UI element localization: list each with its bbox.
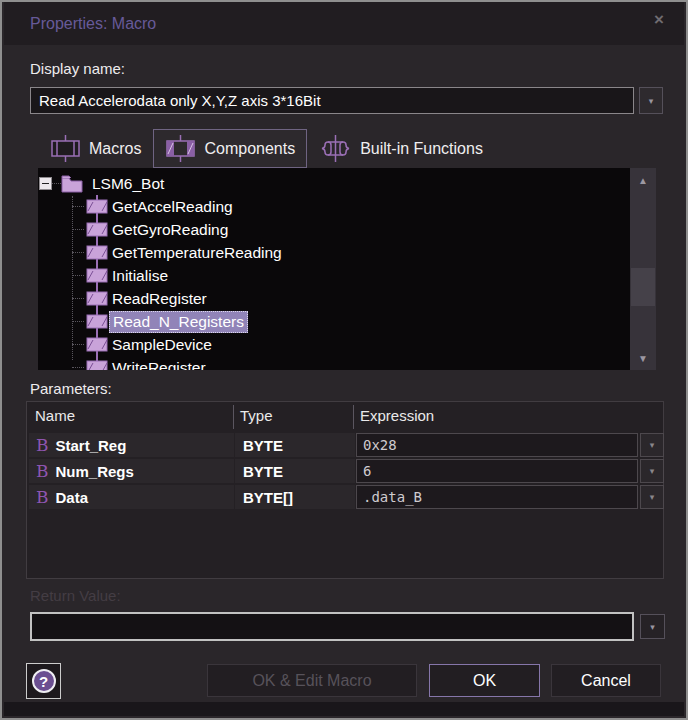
tree-guide-stub (72, 344, 84, 345)
parameter-name: Start_Reg (56, 437, 127, 454)
byte-type-icon: B (36, 463, 49, 480)
parameters-label: Parameters: (30, 380, 112, 397)
close-icon[interactable]: × (654, 10, 664, 30)
expression-dropdown-button[interactable]: ▾ (640, 433, 664, 457)
tab-built-in-functions[interactable]: Built-in Functions (307, 129, 495, 168)
component-macro-item-icon (85, 264, 109, 287)
parameter-name-cell: B Start_Reg (29, 433, 234, 457)
return-value-label: Return Value: (30, 587, 121, 604)
component-macro-item-icon (85, 241, 109, 264)
parameter-row: B Start_Reg BYTE 0x28 ▾ (29, 433, 661, 457)
tree-item-label[interactable]: ReadRegister (109, 289, 210, 309)
parameter-row: B Data BYTE[] .data_B ▾ (29, 485, 661, 509)
tree-item-label[interactable]: GetTemperatureReading (109, 243, 285, 263)
component-macro-icon (165, 135, 196, 162)
scrollbar-thumb[interactable] (631, 268, 655, 306)
parameter-row: B Num_Regs BYTE 6 ▾ (29, 459, 661, 483)
parameter-type-cell: BYTE[] (235, 485, 355, 509)
tab-label: Components (204, 140, 295, 158)
folder-icon (61, 174, 83, 193)
tree-guide-stub (72, 229, 84, 230)
tree-guide-stub (72, 206, 84, 207)
parameter-expression-input[interactable]: 6 (356, 459, 638, 483)
tree-item-label[interactable]: Initialise (109, 266, 171, 286)
component-macro-item-icon (85, 287, 109, 310)
tree-item-label[interactable]: Read_N_Registers (109, 311, 248, 333)
parameter-name-cell: B Data (29, 485, 234, 509)
tree-item-row[interactable]: GetAccelReading (72, 195, 632, 218)
chevron-down-icon: ▾ (650, 622, 655, 632)
tab-label: Macros (89, 140, 141, 158)
display-name-input[interactable]: Read Accelerodata only X,Y,Z axis 3*16Bi… (30, 87, 634, 114)
tree-item-row[interactable]: ReadRegister (72, 287, 632, 310)
chevron-down-icon: ▾ (650, 466, 655, 476)
macro-flowchart-icon (50, 135, 81, 162)
ok-edit-macro-button[interactable]: OK & Edit Macro (207, 664, 417, 697)
tree-item-label[interactable]: LSM6_Bot (89, 174, 167, 194)
tab-components[interactable]: Components (153, 129, 307, 168)
scroll-down-icon[interactable]: ▼ (630, 346, 656, 370)
expression-dropdown-button[interactable]: ▾ (640, 485, 664, 509)
parameter-expression-input[interactable]: 0x28 (356, 433, 638, 457)
component-macro-item-icon (85, 218, 109, 241)
byte-type-icon: B (36, 489, 49, 506)
column-separator (353, 405, 354, 429)
chevron-down-icon: ▾ (650, 492, 655, 502)
column-header-name: Name (35, 407, 75, 424)
tab-bar: Macros Components Built (38, 129, 495, 168)
tree-item-label[interactable]: GetAccelReading (109, 197, 236, 217)
byte-type-icon: B (36, 437, 49, 454)
return-value-input[interactable] (30, 612, 634, 641)
tree-item-row-selected[interactable]: Read_N_Registers (72, 310, 632, 333)
tree-item-label[interactable]: WriteRegister (109, 358, 209, 371)
column-header-type: Type (240, 407, 273, 424)
tree-item-label[interactable]: SampleDevice (109, 335, 215, 355)
collapse-expander-icon[interactable] (39, 177, 52, 190)
column-header-expression: Expression (360, 407, 434, 424)
properties-macro-dialog: Properties: Macro × Display name: Read A… (0, 0, 688, 720)
chevron-down-icon: ▾ (650, 440, 655, 450)
tab-macros[interactable]: Macros (38, 129, 153, 168)
parameter-type-cell: BYTE (235, 433, 355, 457)
parameter-name-cell: B Num_Regs (29, 459, 234, 483)
help-button[interactable]: ? (26, 663, 61, 699)
cancel-button[interactable]: Cancel (551, 664, 661, 697)
scroll-up-icon[interactable]: ▲ (630, 168, 656, 192)
tree-item-row[interactable]: GetTemperatureReading (72, 241, 632, 264)
dialog-title: Properties: Macro (30, 15, 156, 33)
component-macro-item-icon (85, 333, 109, 356)
parameter-expression-input[interactable]: .data_B (356, 485, 638, 509)
question-mark-icon: ? (32, 669, 56, 693)
parameters-table: Name Type Expression B Start_Reg BYTE 0x… (26, 401, 664, 579)
chevron-down-icon: ▾ (649, 96, 654, 106)
tree-guide-stub (72, 321, 84, 322)
tree-item-row[interactable]: WriteRegister (72, 356, 632, 370)
display-name-label: Display name: (30, 60, 125, 77)
tree-guide-stub (72, 367, 84, 368)
column-separator (233, 405, 234, 429)
parameter-name: Data (56, 489, 89, 506)
tree-item-label[interactable]: GetGyroReading (109, 220, 231, 240)
tree-guide-stub (72, 252, 84, 253)
tree-guide-stub (72, 298, 84, 299)
component-macro-item-icon (85, 195, 109, 218)
component-macro-item-icon (85, 356, 109, 370)
display-name-dropdown-button[interactable]: ▾ (639, 87, 663, 114)
return-value-dropdown-button[interactable]: ▾ (640, 614, 665, 639)
parameter-name: Num_Regs (56, 463, 134, 480)
tree-item-row[interactable]: Initialise (72, 264, 632, 287)
ok-button[interactable]: OK (429, 664, 540, 697)
title-bar: Properties: Macro × (4, 2, 684, 45)
tree-guide-stub (72, 275, 84, 276)
tree-scrollbar[interactable]: ▲ ▼ (630, 168, 656, 370)
bottom-strip (4, 702, 684, 716)
parameter-type-cell: BYTE (235, 459, 355, 483)
tree-item-row[interactable]: SampleDevice (72, 333, 632, 356)
tree-item-row[interactable]: GetGyroReading (72, 218, 632, 241)
macro-tree: LSM6_Bot GetAccelReading GetGyroReading … (38, 168, 656, 370)
tab-label: Built-in Functions (360, 140, 483, 158)
tree-root-row[interactable]: LSM6_Bot (38, 172, 598, 195)
tree-guide-stub (52, 183, 61, 184)
component-macro-item-icon (85, 310, 109, 333)
expression-dropdown-button[interactable]: ▾ (640, 459, 664, 483)
